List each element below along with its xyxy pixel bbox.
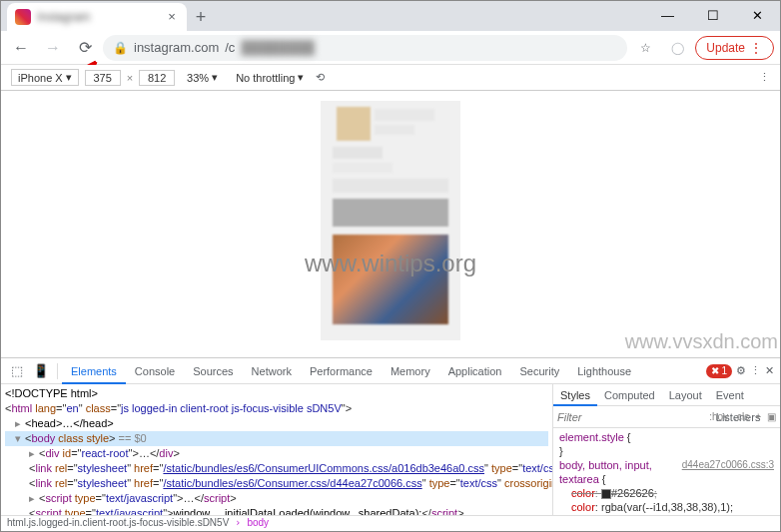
new-tab-button[interactable]: +	[187, 3, 215, 31]
url-blurred: ████████	[241, 40, 315, 55]
styles-tab-layout[interactable]: Layout	[662, 384, 709, 406]
dim-separator: ×	[127, 72, 133, 84]
styles-tab-styles[interactable]: Styles	[553, 384, 597, 406]
inspect-icon[interactable]: ⬚	[5, 359, 29, 383]
update-button[interactable]: Update ⋮	[695, 36, 774, 60]
tab-memory[interactable]: Memory	[382, 358, 439, 384]
elements-breadcrumb[interactable]: html.js.logged-in.client-root.js-focus-v…	[1, 515, 780, 532]
pixelated-image	[333, 235, 448, 324]
styles-pane: Styles Computed Layout Event Listeners :…	[552, 384, 780, 515]
url-path: /c	[225, 40, 235, 55]
tab-sources[interactable]: Sources	[184, 358, 242, 384]
window-close-button[interactable]: ✕	[735, 1, 780, 31]
tab-elements[interactable]: Elements	[62, 358, 126, 384]
tab-console[interactable]: Console	[126, 358, 184, 384]
rotate-icon[interactable]: ⟲	[316, 71, 325, 84]
forward-button[interactable]: →	[39, 34, 67, 62]
url-input[interactable]: 🔒 instagram.com/c████████	[103, 35, 627, 61]
zoom-select[interactable]: 33%▾	[181, 70, 224, 85]
gear-icon[interactable]: ⚙	[736, 364, 746, 377]
bookmark-star-icon[interactable]: ☆	[631, 34, 659, 62]
styles-tab-listeners[interactable]: Event Listeners	[709, 384, 780, 406]
address-bar: ← → ⟳ 🔒 instagram.com/c████████ ☆ ◯ Upda…	[1, 31, 780, 65]
styles-rules[interactable]: element.style { } d44ea27c0066.css:3body…	[553, 428, 780, 515]
pixelated-text	[375, 109, 434, 121]
height-input[interactable]: 812	[139, 70, 175, 86]
devtools-tabbar: ⬚ 📱 Elements Console Sources Network Per…	[1, 358, 780, 384]
watermark: www.wintips.org	[305, 250, 476, 277]
tab-lighthouse[interactable]: Lighthouse	[568, 358, 640, 384]
tab-security[interactable]: Security	[510, 358, 568, 384]
pixelated-text	[375, 125, 414, 135]
minimize-button[interactable]: —	[645, 1, 690, 31]
elements-tree[interactable]: <!DOCTYPE html> <html lang="en" class="j…	[1, 384, 552, 515]
close-icon[interactable]: ✕	[765, 364, 774, 377]
tab-application[interactable]: Application	[439, 358, 511, 384]
window-controls: — ☐ ✕	[645, 1, 780, 31]
pixelated-row	[333, 179, 448, 193]
styles-filter-input[interactable]	[557, 411, 703, 423]
pixelated-avatar	[337, 107, 371, 141]
tab-performance[interactable]: Performance	[301, 358, 382, 384]
titlebar: Instagram × + — ☐ ✕	[1, 1, 780, 31]
update-label: Update	[706, 41, 745, 55]
url-domain: instagram.com	[134, 40, 219, 55]
throttle-select[interactable]: No throttling▾	[230, 70, 310, 85]
tab-network[interactable]: Network	[243, 358, 301, 384]
styles-tab-computed[interactable]: Computed	[597, 384, 662, 406]
cls-toggle[interactable]: .cls	[734, 411, 749, 422]
device-mode-icon[interactable]: 📱	[29, 359, 53, 383]
kebab-icon: ⋮	[749, 40, 763, 56]
hov-toggle[interactable]: :hov	[709, 411, 728, 422]
device-select[interactable]: iPhone X▾	[11, 69, 79, 86]
error-badge[interactable]: ✖ 1	[706, 364, 732, 378]
page-preview: iPhone X▾ 375 × 812 33%▾ No throttling▾ …	[1, 65, 780, 357]
watermark-secondary: www.vvsxdn.com	[625, 330, 778, 353]
kebab-icon[interactable]: ⋮	[750, 364, 761, 377]
new-rule-icon[interactable]: +	[755, 411, 761, 422]
tab-title: Instagram	[37, 10, 159, 24]
browser-tab[interactable]: Instagram ×	[7, 3, 187, 31]
pixelated-text	[333, 163, 392, 173]
device-toolbar: iPhone X▾ 375 × 812 33%▾ No throttling▾ …	[1, 65, 780, 91]
avatar-icon[interactable]: ◯	[663, 34, 691, 62]
pixelated-button	[333, 199, 448, 227]
instagram-favicon	[15, 9, 31, 25]
back-button[interactable]: ←	[7, 34, 35, 62]
devtools-panel: ⬚ 📱 Elements Console Sources Network Per…	[1, 357, 780, 532]
tab-close-icon[interactable]: ×	[165, 10, 179, 24]
width-input[interactable]: 375	[85, 70, 121, 86]
pin-icon[interactable]: ▣	[767, 411, 776, 422]
reload-button[interactable]: ⟳	[71, 34, 99, 62]
mobile-viewport[interactable]	[321, 101, 460, 340]
pixelated-text	[333, 147, 383, 159]
devbar-menu-icon[interactable]: ⋮	[759, 71, 770, 84]
lock-icon: 🔒	[113, 41, 128, 55]
maximize-button[interactable]: ☐	[690, 1, 735, 31]
